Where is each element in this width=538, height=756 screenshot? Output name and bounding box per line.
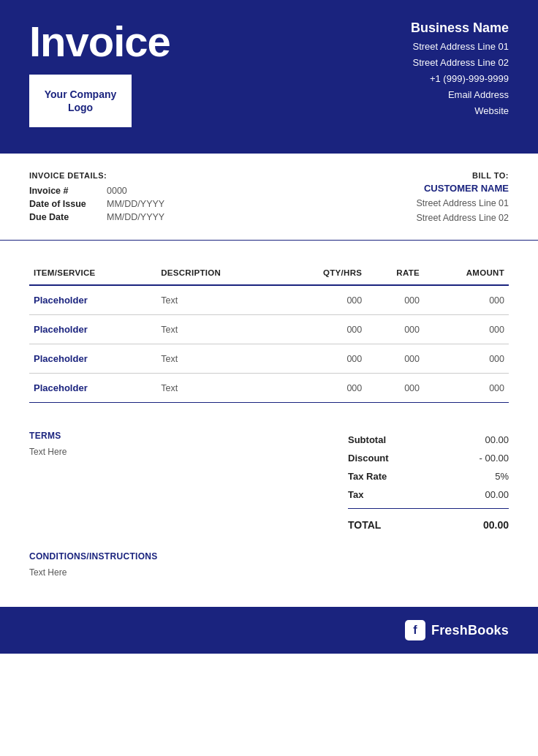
row-rate-0: 000	[366, 285, 424, 315]
totals-divider	[348, 508, 509, 509]
row-amount-2: 000	[424, 344, 509, 374]
row-desc-0: Text	[156, 285, 280, 315]
bill-to-label: BILL TO:	[417, 171, 509, 180]
bill-address2: Street Address Line 02	[417, 211, 509, 225]
invoice-details: INVOICE DETAILS: Invoice # 0000 Date of …	[29, 171, 164, 225]
invoice-details-label: INVOICE DETAILS:	[29, 171, 164, 180]
row-qty-3: 000	[281, 374, 367, 403]
fb-icon-letter: f	[413, 624, 417, 637]
col-amount: AMOUNT	[424, 262, 509, 285]
row-item-1: Placeholder	[29, 315, 156, 344]
row-qty-1: 000	[281, 315, 367, 344]
detail-row-due: Due Date MM/DD/YYYY	[29, 212, 164, 222]
tax-value: 00.00	[485, 489, 509, 500]
business-website: Website	[411, 103, 509, 119]
table-section: ITEM/SERVICE DESCRIPTION QTY/HRS RATE AM…	[0, 241, 538, 410]
logo-text: Your Company Logo	[31, 88, 130, 114]
row-rate-3: 000	[366, 374, 424, 403]
tax-row: Tax 00.00	[348, 485, 509, 504]
header-left: Invoice Your Company Logo	[29, 20, 170, 127]
row-rate-2: 000	[366, 344, 424, 374]
discount-value: - 00.00	[480, 453, 509, 464]
col-qty: QTY/HRS	[281, 262, 367, 285]
table-header-row: ITEM/SERVICE DESCRIPTION QTY/HRS RATE AM…	[29, 262, 509, 285]
col-item: ITEM/SERVICE	[29, 262, 156, 285]
terms-block: TERMS Text Here	[29, 431, 348, 457]
subtotal-label: Subtotal	[348, 434, 386, 445]
business-info: Street Address Line 01 Street Address Li…	[411, 39, 509, 119]
invoice-num-key: Invoice #	[29, 186, 95, 196]
bill-address1: Street Address Line 01	[417, 196, 509, 211]
detail-row-invoice: Invoice # 0000	[29, 186, 164, 196]
freshbooks-brand: FreshBooks	[431, 623, 509, 638]
discount-row: Discount - 00.00	[348, 449, 509, 467]
discount-label: Discount	[348, 453, 389, 464]
conditions-text: Text Here	[29, 567, 509, 578]
row-desc-2: Text	[156, 344, 280, 374]
bottom-section: TERMS Text Here Subtotal 00.00 Discount …	[0, 410, 538, 531]
freshbooks-icon: f	[405, 620, 425, 640]
col-description: DESCRIPTION	[156, 262, 280, 285]
row-rate-1: 000	[366, 315, 424, 344]
row-desc-1: Text	[156, 315, 280, 344]
bill-to-section: BILL TO: CUSTOMER NAME Street Address Li…	[417, 171, 509, 225]
totals-block: Subtotal 00.00 Discount - 00.00 Tax Rate…	[348, 431, 509, 531]
taxrate-row: Tax Rate 5%	[348, 467, 509, 485]
table-row: Placeholder Text 000 000 000	[29, 315, 509, 344]
details-section: INVOICE DETAILS: Invoice # 0000 Date of …	[0, 154, 538, 241]
row-amount-0: 000	[424, 285, 509, 315]
detail-row-issue: Date of Issue MM/DD/YYYY	[29, 199, 164, 209]
row-item-2: Placeholder	[29, 344, 156, 374]
row-item-0: Placeholder	[29, 285, 156, 315]
footer: f FreshBooks	[0, 607, 538, 654]
invoice-title: Invoice	[29, 20, 170, 63]
invoice-num-val: 0000	[107, 186, 127, 196]
business-phone: +1 (999)-999-9999	[411, 71, 509, 87]
row-amount-3: 000	[424, 374, 509, 403]
date-issue-val: MM/DD/YYYY	[107, 199, 164, 209]
due-date-val: MM/DD/YYYY	[107, 212, 164, 222]
taxrate-value: 5%	[495, 471, 509, 482]
conditions-section: CONDITIONS/INSTRUCTIONS Text Here	[0, 531, 538, 592]
business-address1: Street Address Line 01	[411, 39, 509, 55]
due-date-key: Due Date	[29, 212, 95, 222]
tax-label: Tax	[348, 489, 363, 500]
freshbooks-logo: f FreshBooks	[405, 620, 509, 640]
customer-name: CUSTOMER NAME	[417, 183, 509, 194]
total-label: TOTAL	[348, 519, 381, 531]
header-right: Business Name Street Address Line 01 Str…	[411, 20, 509, 119]
business-name: Business Name	[411, 20, 509, 36]
row-qty-0: 000	[281, 285, 367, 315]
header: Invoice Your Company Logo Business Name …	[0, 0, 538, 154]
items-table: ITEM/SERVICE DESCRIPTION QTY/HRS RATE AM…	[29, 262, 509, 403]
business-email: Email Address	[411, 87, 509, 103]
subtotal-value: 00.00	[485, 434, 509, 445]
col-rate: RATE	[366, 262, 424, 285]
business-address2: Street Address Line 02	[411, 55, 509, 71]
terms-text: Text Here	[29, 447, 326, 457]
conditions-label: CONDITIONS/INSTRUCTIONS	[29, 551, 509, 562]
terms-label: TERMS	[29, 431, 326, 441]
table-row: Placeholder Text 000 000 000	[29, 374, 509, 403]
total-value: 00.00	[483, 519, 509, 531]
total-final-row: TOTAL 00.00	[348, 513, 509, 531]
row-qty-2: 000	[281, 344, 367, 374]
table-row: Placeholder Text 000 000 000	[29, 285, 509, 315]
taxrate-label: Tax Rate	[348, 471, 387, 482]
subtotal-row: Subtotal 00.00	[348, 431, 509, 449]
table-row: Placeholder Text 000 000 000	[29, 344, 509, 374]
row-desc-3: Text	[156, 374, 280, 403]
row-item-3: Placeholder	[29, 374, 156, 403]
date-issue-key: Date of Issue	[29, 199, 95, 209]
bill-address: Street Address Line 01 Street Address Li…	[417, 196, 509, 225]
row-amount-1: 000	[424, 315, 509, 344]
logo-box: Your Company Logo	[29, 75, 132, 127]
